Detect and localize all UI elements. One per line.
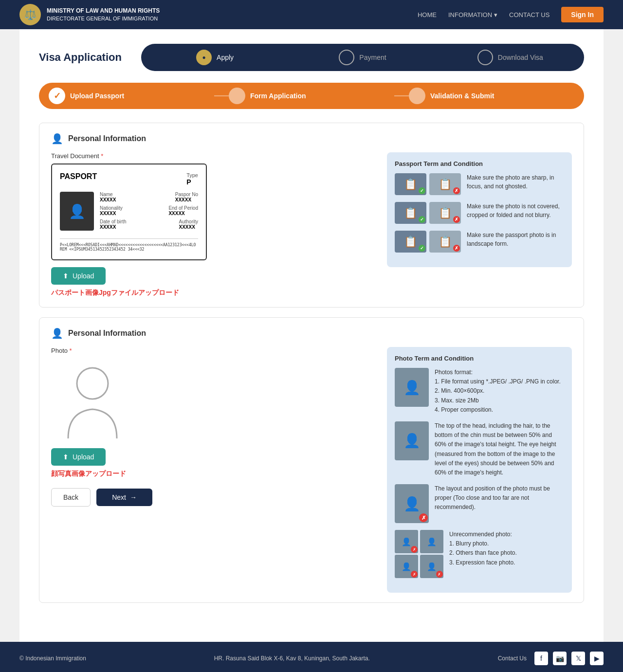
badge-good-2: ✓: [419, 216, 425, 223]
photo-section-title: Personal Information: [68, 329, 146, 338]
sub-divider-2: [394, 95, 409, 96]
badge-good-1: ✓: [419, 187, 425, 194]
passport-photo-placeholder: 👤: [60, 192, 94, 231]
photo-placeholder-container: [51, 358, 375, 441]
back-button[interactable]: Back: [51, 488, 91, 507]
progress-step-download: Download Visa: [437, 44, 584, 71]
progress-step-apply: ● Apply: [141, 44, 289, 71]
passport-term-text-1: Make sure the photo are sharp, in focus,…: [467, 173, 564, 191]
sub-circle-form: [229, 88, 245, 104]
photo-small-4: 👤 ✗: [420, 555, 443, 578]
photo-right: Photo Term and Condition 👤 Photos format…: [387, 347, 572, 593]
footer-contact[interactable]: Contact Us: [498, 655, 527, 662]
passport-term-title: Passport Term and Condition: [395, 160, 564, 167]
passport-right: Passport Term and Condition 📋 ✓ 📋 ✗: [387, 152, 572, 297]
footer-right: Contact Us f 📷 𝕏 ▶: [498, 652, 604, 665]
photo-field-label: Photo *: [51, 347, 375, 354]
top-progress: Visa Application ● Apply Payment Downloa…: [39, 44, 584, 71]
passport-preview: PASPORT Type P 👤 Name XXXXX: [51, 163, 207, 260]
ministry-logo: ⚖️: [19, 4, 41, 25]
instagram-icon[interactable]: 📷: [553, 652, 567, 665]
passport-upload-button[interactable]: ⬆ Upload: [51, 267, 106, 285]
sub-step-passport: ✓ Upload Passport: [49, 88, 214, 104]
photo-term-img-1: 👤: [395, 368, 429, 407]
passport-term-img-1a: 📋 ✓: [395, 173, 426, 195]
photo-term-row-4: 👤 ✗ 👤 👤 ✗ 👤: [395, 530, 564, 578]
sign-in-button[interactable]: Sign In: [561, 7, 604, 22]
chevron-down-icon: ▾: [494, 11, 497, 18]
passport-term-row-3: 📋 ✓ 📋 ✗ Make sure the passport photo is …: [395, 231, 564, 253]
badge-good-3: ✓: [419, 245, 425, 252]
nav-contact[interactable]: CONTACT US: [509, 11, 550, 18]
photo-term-img-group: 👤 ✗ 👤 👤 ✗ 👤: [395, 530, 443, 578]
footer-social: f 📷 𝕏 ▶: [534, 652, 604, 665]
passport-term-img-1b: 📋 ✗: [429, 173, 461, 195]
sub-circle-passport: ✓: [49, 88, 65, 104]
travel-doc-label: Travel Document *: [51, 152, 375, 160]
header-left: ⚖️ MINISTRY OF LAW AND HUMAN RIGHTS DIRE…: [19, 4, 160, 25]
photo-small-1: 👤 ✗: [395, 530, 418, 553]
badge-bad-photo-3: ✗: [419, 513, 428, 522]
step-circle-download: [477, 50, 493, 65]
person-icon: 👤: [51, 133, 63, 145]
passport-mrz: P<<LOREM<<<ROSADI<<<AHMAD<<<<<<<<<<<<<<<…: [60, 238, 198, 252]
passport-term-text-2: Make sure the photo is not covered, crop…: [467, 202, 564, 219]
progress-bar: ● Apply Payment Download Visa: [141, 44, 584, 71]
photo-term-text-4: Unrecommended photo: 1. Blurry photo. 2.…: [449, 530, 564, 567]
badge-small-4: ✗: [436, 571, 443, 578]
photo-section-header: 👤 Personal Information: [51, 327, 572, 339]
twitter-icon[interactable]: 𝕏: [571, 652, 585, 665]
passport-left: Travel Document * PASPORT Type P 👤: [51, 152, 375, 297]
badge-small-3: ✗: [411, 571, 418, 578]
sub-circle-validation: [409, 88, 425, 104]
photo-term-row-1: 👤 Photos format: 1. File format using *.…: [395, 368, 564, 415]
passport-term-row-1: 📋 ✓ 📋 ✗ Make sure the photo are sharp, i…: [395, 173, 564, 195]
passport-term-box: Passport Term and Condition 📋 ✓ 📋 ✗: [387, 152, 572, 267]
photo-section: 👤 Personal Information Photo *: [39, 317, 584, 603]
badge-small-1: ✗: [411, 546, 418, 553]
footer-address: HR. Rasuna Said Blok X-6, Kav 8, Kuninga…: [214, 655, 370, 662]
photo-term-title: Photo Term and Condition: [395, 355, 564, 362]
nav-information[interactable]: INFORMATION ▾: [448, 11, 497, 18]
sub-progress-bar: ✓ Upload Passport Form Application Valid…: [39, 83, 584, 109]
photo-required-star: *: [70, 347, 72, 354]
photo-term-box: Photo Term and Condition 👤 Photos format…: [387, 347, 572, 593]
photo-term-img-2: 👤: [395, 421, 429, 460]
nav-home[interactable]: HOME: [418, 11, 437, 18]
badge-bad-3: ✗: [453, 245, 460, 252]
photo-small-3: 👤 ✗: [395, 555, 418, 578]
youtube-icon[interactable]: ▶: [590, 652, 604, 665]
passport-upload-note: パスポート画像Jpgファイルアップロード: [51, 289, 375, 297]
sub-step-form: Form Application: [229, 88, 394, 104]
next-button[interactable]: Next →: [96, 489, 152, 506]
photo-term-row-3: 👤 ✗ The layout and position of the photo…: [395, 484, 564, 523]
photo-term-text-3: The layout and position of the photo mus…: [435, 484, 564, 512]
action-buttons: Back Next →: [51, 488, 375, 507]
step-circle-payment: [339, 50, 354, 65]
passport-term-row-2: 📋 ✓ 📋 ✗ Make sure the photo is not cover…: [395, 202, 564, 224]
footer: © Indonesian Immigration HR. Rasuna Said…: [0, 642, 623, 672]
photo-person-icon: 👤: [51, 327, 63, 339]
next-arrow-icon: →: [130, 493, 137, 501]
footer-copyright: © Indonesian Immigration: [19, 655, 86, 662]
sub-divider-1: [214, 95, 229, 96]
photo-term-text-1: Photos format: 1. File format using *.JP…: [435, 368, 564, 415]
passport-type-value: P: [186, 178, 198, 186]
photo-upload-note: 顔写真画像アップロード: [51, 470, 375, 478]
badge-bad-1: ✗: [453, 187, 460, 194]
facebook-icon[interactable]: f: [534, 652, 548, 665]
photo-small-2: 👤: [420, 530, 443, 553]
passport-term-img-3b: 📋 ✗: [429, 231, 461, 253]
photo-upload-button[interactable]: ⬆ Upload: [51, 448, 106, 466]
passport-term-img-3a: 📋 ✓: [395, 231, 426, 253]
photo-two-col: Photo * ⬆ Upload 顔写真画像アップロード: [51, 347, 572, 593]
person-silhouette: [61, 363, 124, 438]
main-content: Visa Application ● Apply Payment Downloa…: [19, 29, 604, 642]
photo-term-text-2: The top of the head, including the hair,…: [435, 421, 564, 477]
passport-term-text-3: Make sure the passport photo is in lands…: [467, 231, 564, 248]
passport-section: 👤 Personal Information Travel Document *…: [39, 123, 584, 308]
passport-term-img-2b: 📋 ✗: [429, 202, 461, 224]
sub-step-validation: Validation & Submit: [409, 88, 574, 104]
passport-section-title: Personal Information: [68, 134, 146, 143]
svg-point-0: [77, 368, 108, 399]
